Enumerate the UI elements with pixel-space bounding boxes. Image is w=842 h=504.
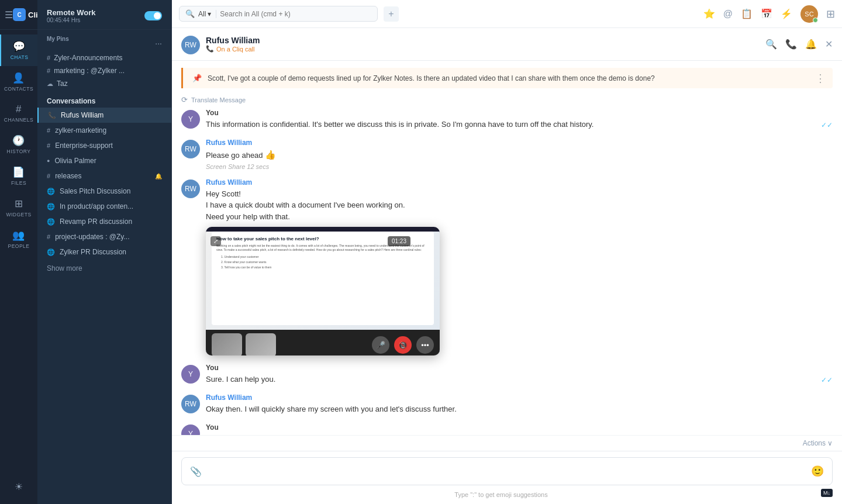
- workspace-timer: 00:45:44 Hrs: [47, 17, 96, 23]
- message-group: Y You Sure. I can help you. ✓✓: [181, 364, 833, 385]
- globe-icon: 🌐: [47, 203, 55, 210]
- sidebar-item-people[interactable]: 👥 PEOPLE: [0, 223, 37, 255]
- add-search-button[interactable]: +: [384, 6, 399, 22]
- user-avatar[interactable]: SC: [800, 5, 818, 23]
- input-hint: Type ":" to get emoji suggestions: [181, 488, 821, 498]
- message-text: Okay then. I will quickly share my scree…: [206, 403, 833, 415]
- avatar-status: [813, 18, 818, 23]
- emoji-icon[interactable]: 🙂: [811, 465, 824, 478]
- conv-sales-pitch[interactable]: 🌐 Sales Pitch Discussion: [37, 184, 171, 199]
- sidebar-item-files[interactable]: 📄 FILES: [0, 160, 37, 192]
- sidebar-item-history[interactable]: 🕐 HISTORY: [0, 129, 37, 160]
- chat-contact-avatar: RW: [181, 36, 200, 54]
- conv-revamp-pr[interactable]: 🌐 Revamp PR discussion: [37, 214, 171, 229]
- history-icon: 🕐: [12, 134, 25, 147]
- pins-title: My Pins: [47, 36, 69, 42]
- mute-icon[interactable]: 🔔: [805, 39, 817, 50]
- call-icon[interactable]: 📞: [785, 39, 797, 50]
- lightning-icon[interactable]: ⚡: [781, 8, 792, 19]
- chat-messages: 📌 Scott, I've got a couple of demo reque…: [172, 61, 842, 435]
- conv-name: Rufus William: [61, 111, 162, 119]
- message-avatar: RW: [181, 179, 200, 198]
- conv-name: Zylker PR Discussion: [60, 248, 162, 256]
- mute-button[interactable]: 🎤: [372, 336, 389, 354]
- message-input-box: 📎 🙂: [181, 457, 833, 485]
- more-options-button[interactable]: •••: [416, 336, 434, 354]
- conv-enterprise-support[interactable]: # Enterprise-support: [37, 138, 171, 153]
- read-tick: ✓✓: [821, 120, 833, 130]
- chevron-down-icon: ∨: [827, 439, 833, 447]
- screenshare-inner: ⤢ 01:23 How to take your sales pitch to …: [206, 232, 440, 355]
- sidebar-item-widgets[interactable]: ⊞ WIDGETS: [0, 192, 37, 223]
- widgets-icon: ⊞: [15, 198, 23, 210]
- pin-item-taz[interactable]: ☁ Taz: [47, 77, 162, 90]
- expand-icon[interactable]: ⤢: [210, 236, 221, 246]
- pins-more-button[interactable]: ...: [155, 37, 162, 46]
- topbar: 🔍 All ▾ + ⭐ @ 📋 📅 ⚡ SC ⊞: [172, 0, 842, 28]
- conv-zylker-pr[interactable]: 🌐 Zylker PR Discussion: [37, 244, 171, 260]
- main-content: 🔍 All ▾ + ⭐ @ 📋 📅 ⚡ SC ⊞ RW Rufus Willia…: [172, 0, 842, 504]
- translate-button[interactable]: Translate Message: [191, 96, 246, 103]
- conv-name: project-updates : @Zy...: [55, 233, 162, 241]
- theme-toggle-icon[interactable]: ☀: [9, 475, 29, 498]
- conv-in-product[interactable]: 🌐 In product/app conten...: [37, 199, 171, 214]
- close-icon[interactable]: ✕: [825, 39, 833, 50]
- call-icon: 📞: [48, 112, 56, 119]
- sidebar-item-channels[interactable]: # CHANNELS: [0, 98, 37, 129]
- hash-icon: #: [47, 142, 50, 149]
- files-icon: 📄: [12, 166, 25, 178]
- chevron-down-icon: ▾: [208, 10, 211, 18]
- message-avatar: RW: [181, 140, 200, 158]
- clipboard-icon[interactable]: 📋: [741, 8, 753, 19]
- conv-releases[interactable]: # releases 🔔: [37, 168, 171, 184]
- calendar-icon[interactable]: 📅: [761, 8, 772, 19]
- show-more-button[interactable]: Show more: [37, 260, 171, 277]
- search-chat-icon[interactable]: 🔍: [765, 39, 777, 50]
- conv-olivia-palmer[interactable]: ● Olivia Palmer: [37, 153, 171, 168]
- notification-bell-icon: 🔔: [155, 173, 162, 179]
- actions-button[interactable]: Actions ∨: [803, 439, 833, 447]
- message-content: You This information is confidential. It…: [206, 109, 833, 130]
- search-area: 🔍 All ▾: [179, 6, 378, 22]
- search-input[interactable]: [220, 10, 371, 18]
- message-text: Need your help with that.: [206, 211, 833, 223]
- pin-icon: 📌: [192, 74, 202, 82]
- globe-icon: 🌐: [47, 248, 55, 256]
- hash-icon: #: [47, 233, 50, 240]
- grid-icon[interactable]: ⊞: [826, 8, 835, 20]
- message-sender: Rufus William: [206, 178, 833, 187]
- conv-zylker-marketing[interactable]: # zylker-marketing: [37, 123, 171, 138]
- hamburger-icon[interactable]: ☰: [5, 9, 13, 20]
- conv-rufus-william[interactable]: 📞 Rufus William: [37, 108, 171, 123]
- pin-item-zyler[interactable]: # Zyler-Announcements: [47, 51, 162, 64]
- message-content: You Sure. I can help you. ✓✓: [206, 364, 833, 385]
- end-call-button[interactable]: 📵: [394, 336, 412, 354]
- message-content: Rufus William Please go ahead 👍 Screen S…: [206, 139, 833, 170]
- chat-header: RW Rufus William 📞 On a Cliq call 🔍 📞 🔔 …: [172, 28, 842, 61]
- nav-items: 💬 CHATS 👤 CONTACTS # CHANNELS 🕐 HISTORY …: [0, 30, 37, 475]
- translate-icon: ⟳: [181, 95, 188, 104]
- pinned-menu-icon[interactable]: ⋮: [815, 72, 826, 85]
- star-icon[interactable]: ⭐: [703, 8, 715, 19]
- cloud-icon: ☁: [47, 80, 53, 88]
- pin-item-marketing[interactable]: # marketing : @Zylker ...: [47, 64, 162, 77]
- chat-contact-status: 📞 On a Cliq call: [206, 45, 760, 53]
- message-input[interactable]: [208, 467, 805, 476]
- left-navigation: ☰ C Cliq 🔔 💬 CHATS 👤 CONTACTS # CHANNELS…: [0, 0, 37, 504]
- hash-icon: #: [47, 67, 50, 74]
- attach-icon[interactable]: 📎: [190, 466, 202, 477]
- workspace-toggle[interactable]: [144, 11, 162, 20]
- search-all-dropdown[interactable]: All ▾: [198, 10, 216, 18]
- conv-project-updates[interactable]: # project-updates : @Zy...: [37, 229, 171, 244]
- workspace-name: Remote Work: [47, 8, 96, 17]
- sidebar-item-chats[interactable]: 💬 CHATS: [0, 34, 37, 66]
- pinned-text: Scott, I've got a couple of demo request…: [208, 74, 823, 82]
- app-logo-icon: C: [13, 8, 26, 21]
- message-avatar: Y: [181, 110, 200, 129]
- conv-name: Olivia Palmer: [54, 157, 162, 165]
- mention-icon[interactable]: @: [723, 9, 733, 19]
- markdown-button[interactable]: M↓: [821, 489, 833, 497]
- pin-label: marketing : @Zylker ...: [54, 67, 125, 75]
- sidebar-item-contacts[interactable]: 👤 CONTACTS: [0, 66, 37, 98]
- message-avatar: RW: [181, 395, 200, 413]
